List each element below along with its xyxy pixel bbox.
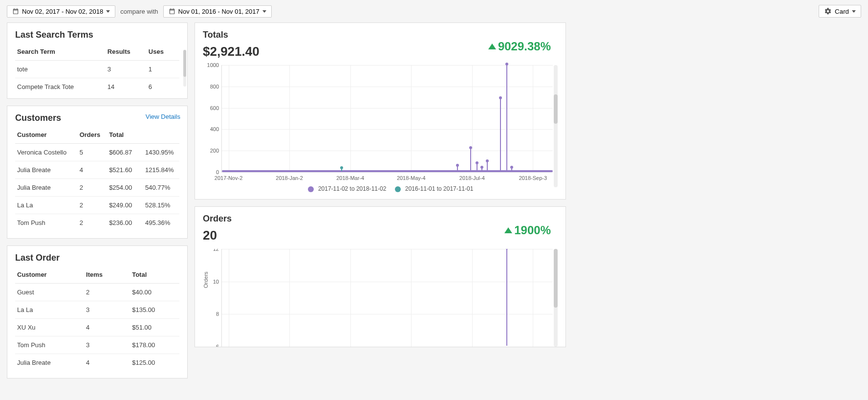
toolbar: Nov 02, 2017 - Nov 02, 2018 compare with…: [0, 0, 868, 22]
caret-down-icon: [852, 10, 856, 13]
orders-card: Orders 20 1900% Orders 121086: [195, 206, 566, 347]
col-search-term: Search Term: [15, 44, 106, 61]
totals-card: Totals $2,921.40 9029.38% 10008006004002…: [195, 22, 566, 200]
arrow-up-icon: [504, 227, 512, 233]
view-mode-label: Card: [835, 8, 849, 15]
calendar-icon: [12, 8, 19, 15]
legend-label-secondary: 2016-11-01 to 2017-11-01: [405, 185, 473, 192]
table-row[interactable]: Veronica Costello5$606.871430.95%: [15, 144, 179, 161]
totals-chart[interactable]: 100080060040020002017-Nov-22018-Jan-2201…: [221, 65, 553, 173]
col-pct: [143, 127, 179, 144]
orders-chart-scrollbar[interactable]: [554, 249, 558, 347]
totals-amount: $2,921.40: [203, 44, 260, 59]
table-row[interactable]: XU Xu4$51.00: [15, 319, 179, 336]
calendar-icon: [169, 8, 175, 15]
primary-date-range-label: Nov 02, 2017 - Nov 02, 2018: [22, 8, 103, 15]
secondary-date-range-label: Nov 01, 2016 - Nov 01, 2017: [178, 8, 260, 15]
col-total: Total: [107, 127, 143, 144]
last-order-card: Last Order Customer Items Total Guest2$4…: [7, 245, 188, 378]
orders-amount: 20: [203, 228, 232, 243]
customers-view-details-link[interactable]: View Details: [146, 113, 180, 120]
last-order-table: Customer Items Total Guest2$40.00La La3$…: [15, 267, 179, 371]
table-row[interactable]: tote31: [15, 61, 179, 78]
primary-date-range-button[interactable]: Nov 02, 2017 - Nov 02, 2018: [7, 5, 115, 18]
gear-icon: [824, 7, 832, 15]
totals-chart-scrollbar[interactable]: [554, 65, 558, 187]
totals-change-value: 9029.38%: [498, 40, 551, 53]
table-row[interactable]: La La3$135.00: [15, 301, 179, 319]
last-order-title: Last Order: [15, 253, 179, 263]
table-row[interactable]: Compete Track Tote146: [15, 78, 179, 96]
customers-card: View Details Customers Customer Orders T…: [7, 106, 188, 239]
dashboard-main: Last Search Terms Search Term Results Us…: [0, 22, 868, 385]
search-terms-title: Last Search Terms: [15, 30, 179, 40]
arrow-up-icon: [488, 44, 496, 49]
col-total: Total: [130, 267, 179, 284]
totals-title: Totals: [203, 30, 260, 40]
search-terms-card: Last Search Terms Search Term Results Us…: [7, 22, 188, 99]
compare-with-label: compare with: [120, 8, 158, 15]
search-terms-table: Search Term Results Uses tote31Compete T…: [15, 44, 179, 95]
legend-swatch-primary: [308, 186, 314, 192]
col-items: Items: [84, 267, 130, 284]
orders-y-axis-label: Orders: [203, 271, 209, 288]
table-row[interactable]: Guest2$40.00: [15, 284, 179, 301]
totals-legend: 2017-11-02 to 2018-11-02 2016-11-01 to 2…: [221, 185, 553, 192]
orders-title: Orders: [203, 214, 232, 224]
caret-down-icon: [106, 10, 110, 13]
table-row[interactable]: La La2$249.00528.15%: [15, 197, 179, 214]
table-row[interactable]: Julia Breate4$125.00: [15, 354, 179, 372]
left-column: Last Search Terms Search Term Results Us…: [7, 22, 188, 378]
right-column: Totals $2,921.40 9029.38% 10008006004002…: [195, 22, 566, 378]
legend-swatch-secondary: [395, 186, 401, 192]
table-row[interactable]: Tom Push2$236.00495.36%: [15, 214, 179, 232]
caret-down-icon: [262, 10, 266, 13]
col-customer: Customer: [15, 267, 84, 284]
col-orders: Orders: [78, 127, 107, 144]
totals-change: 9029.38%: [488, 40, 551, 53]
secondary-date-range-button[interactable]: Nov 01, 2016 - Nov 01, 2017: [163, 5, 272, 18]
orders-chart[interactable]: 121086: [221, 249, 553, 347]
view-mode-button[interactable]: Card: [819, 5, 861, 18]
legend-label-primary: 2017-11-02 to 2018-11-02: [318, 185, 386, 192]
customers-table: Customer Orders Total Veronica Costello5…: [15, 127, 179, 231]
table-row[interactable]: Tom Push3$178.00: [15, 336, 179, 354]
table-row[interactable]: Julia Breate2$254.00540.77%: [15, 179, 179, 197]
search-terms-scrollbar[interactable]: [183, 50, 186, 87]
orders-change: 1900%: [504, 223, 551, 237]
col-uses: Uses: [147, 44, 179, 61]
col-customer: Customer: [15, 127, 78, 144]
orders-change-value: 1900%: [514, 223, 551, 237]
col-results: Results: [106, 44, 147, 61]
table-row[interactable]: Julia Breate4$521.601215.84%: [15, 161, 179, 179]
